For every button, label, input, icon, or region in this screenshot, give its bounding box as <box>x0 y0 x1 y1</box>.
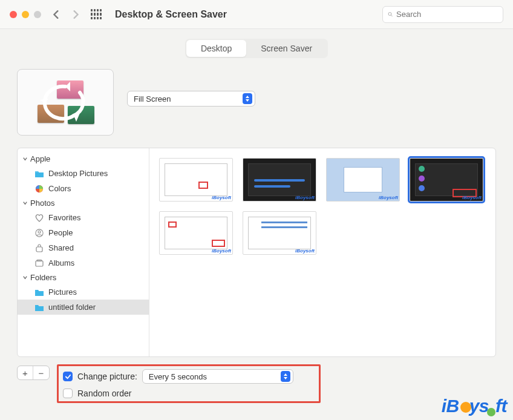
main-panel: Desktop Screen Saver Fill Screen Apple <box>0 29 513 420</box>
sidebar-section-apple[interactable]: Apple <box>18 152 149 166</box>
sidebar-item-shared[interactable]: Shared <box>18 240 149 255</box>
svg-rect-10 <box>36 261 43 266</box>
svg-rect-9 <box>36 247 42 252</box>
back-button[interactable] <box>52 10 60 19</box>
thumbnail-grid: iBoysoft iBoysoft iBoysoft iBoysoft <box>149 148 495 356</box>
folder-icon <box>34 169 44 178</box>
svg-marker-3 <box>40 99 48 103</box>
svg-rect-5 <box>35 171 38 172</box>
cycling-pictures-icon <box>35 78 96 126</box>
album-icon <box>34 259 44 267</box>
sidebar-item-colors[interactable]: Colors <box>18 181 149 196</box>
thumbnail[interactable]: iBoysoft <box>243 158 316 202</box>
zoom-window-button[interactable] <box>34 11 41 18</box>
chevron-down-icon <box>22 275 28 280</box>
svg-line-1 <box>391 15 393 16</box>
thumbnail[interactable]: iBoysoft <box>159 211 233 255</box>
search-icon <box>388 10 393 18</box>
tab-bar: Desktop Screen Saver <box>7 39 506 58</box>
source-picker: Apple Desktop Pictures Colors Photos Fav… <box>17 148 496 357</box>
minimize-window-button[interactable] <box>22 11 29 18</box>
sidebar-item-desktop-pictures[interactable]: Desktop Pictures <box>18 166 149 181</box>
sidebar-item-favorites[interactable]: Favorites <box>18 210 149 225</box>
change-picture-options: Change picture: Every 5 seconds Random o… <box>57 366 496 403</box>
remove-source-button[interactable]: − <box>33 366 49 379</box>
folder-icon <box>34 303 44 312</box>
add-remove-source: + − <box>17 366 50 380</box>
thumbnail[interactable]: iBoysoft <box>326 158 400 202</box>
window-title: Desktop & Screen Saver <box>115 9 382 20</box>
person-icon <box>34 229 44 237</box>
close-window-button[interactable] <box>10 11 17 18</box>
source-sidebar: Apple Desktop Pictures Colors Photos Fav… <box>18 148 149 356</box>
heart-icon <box>34 214 44 222</box>
thumbnail-selected[interactable]: iBoysoft <box>410 158 483 202</box>
random-order-label: Random order <box>77 389 132 398</box>
tab-desktop[interactable]: Desktop <box>186 40 246 57</box>
nav-buttons <box>52 10 80 19</box>
watermark: iBysft <box>442 396 507 416</box>
watermark-dot-icon <box>487 408 495 416</box>
bottom-controls: + − Change picture: Every 5 seconds <box>7 357 506 403</box>
search-input[interactable] <box>396 10 498 19</box>
thumbnail[interactable]: iBoysoft <box>243 211 316 255</box>
sidebar-section-folders[interactable]: Folders <box>18 271 149 284</box>
sidebar-item-untitled-folder[interactable]: untitled folder <box>18 300 149 315</box>
desktop-preview <box>17 69 114 136</box>
fit-mode-select[interactable]: Fill Screen <box>127 91 255 107</box>
random-order-checkbox[interactable] <box>63 389 73 398</box>
change-interval-value: Every 5 seconds <box>149 372 207 381</box>
color-wheel-icon <box>34 185 44 193</box>
chevron-down-icon <box>22 200 28 206</box>
svg-point-8 <box>38 231 41 233</box>
change-picture-label: Change picture: <box>77 372 137 381</box>
forward-button[interactable] <box>71 10 80 19</box>
thumbnail[interactable]: iBoysoft <box>159 158 233 202</box>
svg-marker-2 <box>65 82 70 91</box>
change-picture-checkbox[interactable] <box>63 372 73 381</box>
change-interval-select[interactable]: Every 5 seconds <box>142 369 293 384</box>
chevron-down-icon <box>22 156 28 162</box>
sidebar-item-albums[interactable]: Albums <box>18 255 149 271</box>
sidebar-item-people[interactable]: People <box>18 225 149 240</box>
shared-icon <box>34 244 44 252</box>
search-field[interactable] <box>382 6 503 23</box>
traffic-lights <box>10 11 41 18</box>
titlebar: Desktop & Screen Saver <box>0 0 513 29</box>
show-all-prefs-button[interactable] <box>91 9 102 20</box>
add-source-button[interactable]: + <box>18 366 33 379</box>
stepper-arrows-icon <box>281 371 290 382</box>
sidebar-item-pictures[interactable]: Pictures <box>18 284 149 300</box>
folder-icon <box>34 288 44 297</box>
stepper-arrows-icon <box>243 93 252 104</box>
tab-screen-saver[interactable]: Screen Saver <box>246 40 327 57</box>
fit-mode-value: Fill Screen <box>134 94 171 103</box>
sidebar-section-photos[interactable]: Photos <box>18 196 149 210</box>
